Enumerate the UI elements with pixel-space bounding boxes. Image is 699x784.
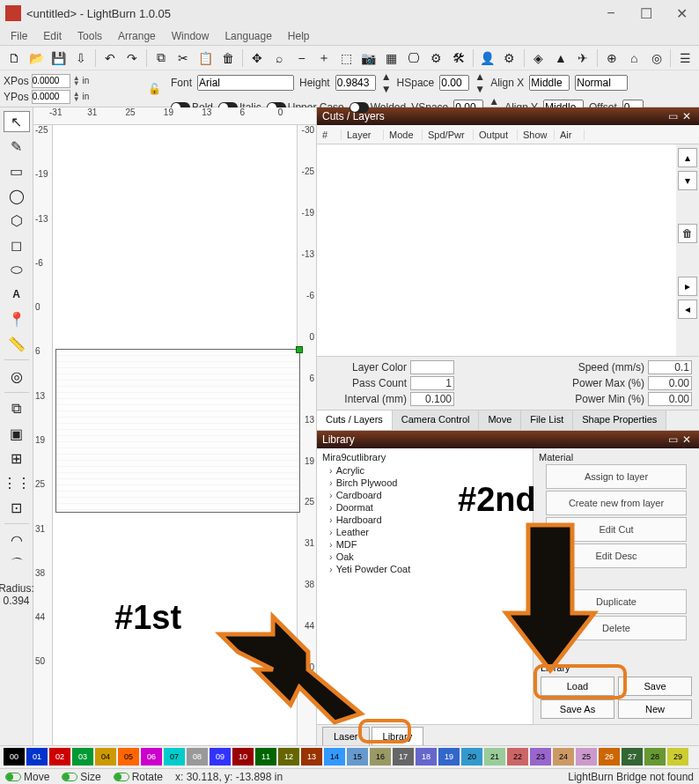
settings-icon[interactable]: ⚙ — [426, 48, 446, 69]
color-swatch-14[interactable]: 14 — [324, 748, 345, 766]
menu-window[interactable]: Window — [165, 28, 217, 44]
color-swatch-22[interactable]: 22 — [507, 748, 528, 766]
frame2-icon[interactable]: ▲ — [550, 48, 570, 69]
rotate-toggle[interactable]: Rotate — [114, 771, 163, 783]
tab-camera[interactable]: Camera Control — [393, 410, 480, 430]
goto-icon[interactable]: ◎ — [646, 48, 666, 69]
library-tree[interactable]: Mira9cutlibrary Acrylic Birch Plywood Ca… — [317, 448, 533, 724]
color-swatch-02[interactable]: 02 — [49, 748, 70, 766]
frame-icon[interactable]: ⬚ — [336, 48, 357, 69]
group-tool-icon[interactable]: ⊞ — [4, 447, 30, 469]
open-icon[interactable]: 📂 — [26, 48, 46, 69]
preview-icon[interactable]: ▦ — [381, 48, 401, 69]
lib-item[interactable]: Oak — [317, 551, 533, 563]
duplicate-button[interactable]: Duplicate — [546, 589, 687, 614]
arc-tool-icon[interactable]: ⌒ — [4, 554, 30, 575]
tab-move[interactable]: Move — [479, 410, 521, 430]
power-max-value[interactable]: 0.00 — [648, 376, 692, 390]
weld-tool-icon[interactable]: ⧉ — [4, 398, 30, 419]
pass-count-value[interactable]: 1 — [410, 376, 454, 390]
ellipse-tool-icon[interactable]: ◯ — [4, 185, 30, 206]
alignx-select[interactable] — [529, 75, 570, 91]
color-swatch-13[interactable]: 13 — [301, 748, 322, 766]
library-root[interactable]: Mira9cutlibrary — [317, 450, 533, 464]
monitor-icon[interactable]: 🖵 — [403, 48, 423, 69]
style-select[interactable] — [575, 75, 628, 91]
color-swatch-17[interactable]: 17 — [393, 748, 414, 766]
color-swatch-21[interactable]: 21 — [484, 748, 505, 766]
layer-color-swatch[interactable] — [410, 360, 454, 374]
undo-icon[interactable]: ↶ — [99, 48, 120, 69]
color-swatch-26[interactable]: 26 — [599, 748, 620, 766]
redo-icon[interactable]: ↷ — [121, 48, 142, 69]
boolean-tool-icon[interactable]: ▣ — [4, 423, 30, 444]
interval-value[interactable]: 0.100 — [410, 392, 454, 406]
polygon-tool-icon[interactable]: ⬡ — [4, 210, 30, 231]
color-swatch-12[interactable]: 12 — [278, 748, 299, 766]
color-swatch-08[interactable]: 08 — [187, 748, 208, 766]
create-new-button[interactable]: Create new from layer — [546, 491, 687, 515]
lib-item[interactable]: Yeti Powder Coat — [317, 563, 533, 575]
layer-down-button[interactable]: ▾ — [678, 171, 697, 190]
zoom-out-icon[interactable]: − — [291, 48, 312, 69]
lib-item[interactable]: Leather — [317, 526, 533, 538]
move-toggle[interactable]: Move — [5, 771, 49, 783]
save-button[interactable]: Save — [618, 677, 692, 696]
color-swatch-01[interactable]: 01 — [26, 748, 48, 766]
zoom-frame-icon[interactable]: ⌕ — [269, 48, 289, 69]
tab-laser[interactable]: Laser — [322, 727, 370, 745]
lock-icon[interactable]: 🔓 — [148, 83, 161, 95]
camera-icon[interactable]: 📷 — [358, 48, 379, 69]
menu-arrange[interactable]: Arrange — [111, 28, 163, 44]
save-icon[interactable]: 💾 — [48, 48, 69, 69]
color-swatch-16[interactable]: 16 — [370, 748, 391, 766]
import-icon[interactable]: ⇩ — [70, 48, 91, 69]
cuts-list[interactable] — [317, 144, 676, 356]
copy-icon[interactable]: ⧉ — [151, 48, 171, 69]
tab-shape[interactable]: Shape Properties — [573, 410, 666, 430]
load-button[interactable]: Load — [541, 677, 614, 696]
rectangle-tool-icon[interactable]: ▭ — [4, 160, 30, 181]
color-swatch-28[interactable]: 28 — [644, 748, 666, 766]
color-swatch-19[interactable]: 19 — [438, 748, 460, 766]
maximize-button[interactable]: ☐ — [634, 5, 659, 22]
close-button[interactable]: ✕ — [669, 5, 694, 22]
tab-cuts[interactable]: Cuts / Layers — [317, 410, 393, 430]
color-swatch-00[interactable]: 00 — [4, 748, 25, 766]
origin-icon[interactable]: ⊕ — [601, 48, 622, 69]
color-swatch-09[interactable]: 09 — [210, 748, 231, 766]
assign-layer-button[interactable]: Assign to layer — [546, 464, 687, 489]
menu-help[interactable]: Help — [281, 28, 317, 44]
lib-item[interactable]: Hardboard — [317, 514, 533, 526]
speed-value[interactable]: 0.1 — [648, 360, 692, 374]
elliptical-tool-icon[interactable]: ⬭ — [4, 259, 30, 280]
workpiece-rect[interactable] — [55, 349, 300, 513]
xpos-spinner[interactable]: ▲▼ — [73, 76, 80, 86]
tab-library[interactable]: Library — [372, 727, 424, 745]
delete-icon[interactable]: 🗑 — [217, 48, 238, 69]
font-select[interactable] — [197, 75, 294, 91]
position-tool-icon[interactable]: 📍 — [4, 308, 30, 329]
color-swatch-11[interactable]: 11 — [255, 748, 276, 766]
array-tool-icon[interactable]: ⋮⋮ — [4, 472, 30, 493]
saveas-button[interactable]: Save As — [541, 699, 614, 719]
color-swatch-18[interactable]: 18 — [416, 748, 437, 766]
draw-line-tool-icon[interactable]: ✎ — [4, 136, 30, 157]
layer-up-button[interactable]: ▴ — [678, 148, 697, 167]
power-min-value[interactable]: 0.00 — [648, 392, 692, 406]
color-swatch-25[interactable]: 25 — [576, 748, 597, 766]
lib-item[interactable]: Doormat — [317, 501, 533, 514]
color-swatch-04[interactable]: 04 — [95, 748, 116, 766]
color-swatch-29[interactable]: 29 — [667, 748, 688, 766]
panel-close-icon[interactable]: ✕ — [680, 110, 694, 122]
home-icon[interactable]: ⌂ — [624, 48, 644, 69]
device-icon[interactable]: 🛠 — [448, 48, 468, 69]
lib-item[interactable]: Cardboard — [317, 489, 533, 501]
size-toggle[interactable]: Size — [62, 771, 100, 783]
paste-icon[interactable]: 📋 — [195, 48, 216, 69]
zoom-in-icon[interactable]: ＋ — [313, 48, 334, 69]
tab-filelist[interactable]: File List — [521, 410, 573, 430]
color-swatch-05[interactable]: 05 — [118, 748, 139, 766]
grid-tool-icon[interactable]: ⊡ — [4, 497, 30, 518]
hspace-input[interactable] — [439, 75, 469, 91]
